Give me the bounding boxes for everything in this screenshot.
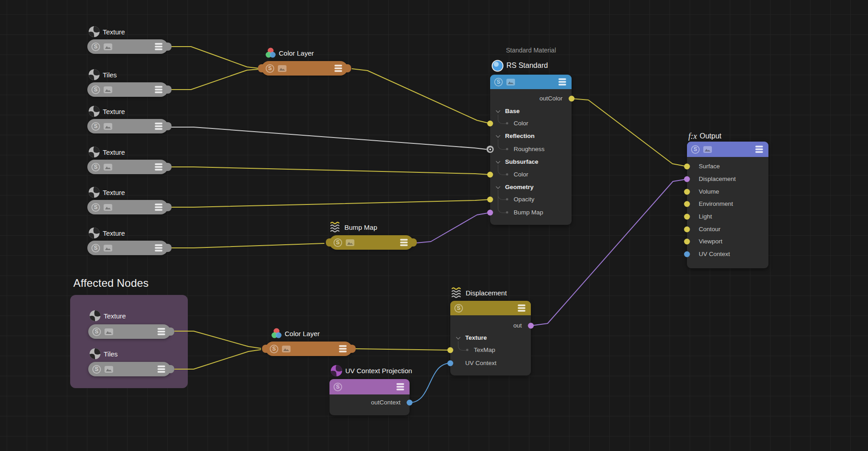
output-tab[interactable] bbox=[165, 244, 172, 252]
wire-texture3-subsurfacecolor[interactable] bbox=[171, 167, 490, 175]
output-tab[interactable] bbox=[165, 203, 172, 211]
node-displacement[interactable]: S out Texture TexMap UV Context bbox=[450, 301, 531, 375]
port-texmap[interactable] bbox=[448, 347, 453, 353]
wire-outcontext-uvcontext[interactable] bbox=[410, 363, 450, 403]
node-uv-projection[interactable]: S outContext bbox=[329, 379, 410, 415]
node-texture4[interactable]: S bbox=[87, 200, 168, 214]
port-surface[interactable] bbox=[684, 164, 690, 170]
shader-badge-icon: S bbox=[270, 345, 278, 353]
chevron-down-icon[interactable] bbox=[496, 185, 501, 189]
output-tab[interactable] bbox=[165, 43, 172, 51]
node-color-layer2[interactable]: S bbox=[266, 342, 352, 356]
wire-colorlayer2-texmap[interactable] bbox=[356, 349, 450, 350]
port-roughness[interactable] bbox=[486, 146, 494, 153]
menu-icon[interactable] bbox=[558, 78, 566, 85]
menu-icon[interactable] bbox=[155, 163, 162, 170]
wire-affectedtiles-colorlayer2[interactable] bbox=[175, 350, 261, 369]
image-icon bbox=[104, 123, 112, 130]
chevron-down-icon[interactable] bbox=[496, 159, 501, 164]
node-header[interactable]: S bbox=[450, 301, 531, 315]
image-icon bbox=[104, 245, 112, 252]
chevron-down-icon[interactable] bbox=[496, 109, 501, 113]
port-subsurface-color[interactable] bbox=[487, 172, 493, 178]
wire-texture1-colorlayer1[interactable] bbox=[171, 47, 259, 68]
port-disp-out[interactable] bbox=[528, 323, 534, 329]
wire-tiles1-colorlayer1[interactable] bbox=[171, 69, 259, 90]
node-bump-map[interactable]: S bbox=[329, 235, 413, 250]
node-affected-tiles[interactable]: S bbox=[88, 362, 171, 376]
port-uv-context[interactable] bbox=[684, 252, 690, 257]
port-outcolor[interactable] bbox=[569, 96, 575, 102]
node-title-text: Texture bbox=[103, 108, 125, 115]
wire-colorlayer1-basecolor[interactable] bbox=[352, 69, 490, 123]
node-rs-standard[interactable]: S outColor Base Color Reflection Roughne… bbox=[490, 75, 572, 225]
port-bump-map[interactable] bbox=[487, 210, 493, 216]
port-outcontext[interactable] bbox=[407, 400, 413, 406]
image-icon bbox=[346, 239, 354, 246]
port-light[interactable] bbox=[684, 214, 690, 220]
shader-badge-icon: S bbox=[91, 244, 100, 252]
port-label-base-color: Color bbox=[490, 117, 572, 130]
image-icon bbox=[506, 79, 515, 85]
node-tiles1[interactable]: S bbox=[87, 82, 168, 97]
port-label-uv-context: UV Context bbox=[450, 357, 531, 370]
output-tab[interactable] bbox=[410, 238, 417, 247]
waves-icon bbox=[330, 221, 342, 233]
shader-badge-icon: S bbox=[92, 328, 101, 336]
output-tab[interactable] bbox=[349, 345, 356, 353]
node-texture5[interactable]: S bbox=[87, 241, 168, 255]
wire-texture5-bumpmap[interactable] bbox=[171, 243, 324, 248]
node-graph-canvas[interactable]: Affected Nodes Texture S Tiles S bbox=[0, 0, 868, 451]
menu-icon[interactable] bbox=[755, 146, 763, 152]
wire-texture2-roughness[interactable] bbox=[171, 127, 486, 149]
port-base-color[interactable] bbox=[487, 121, 493, 127]
node-affected-texture[interactable]: S bbox=[88, 324, 171, 339]
output-tab[interactable] bbox=[165, 85, 172, 94]
rgb-circles-icon bbox=[265, 47, 276, 59]
node-output[interactable]: S Surface Displacement Volume Environmen… bbox=[687, 142, 768, 268]
menu-icon[interactable] bbox=[155, 86, 162, 93]
input-tab[interactable] bbox=[262, 345, 269, 353]
node-title-text: Texture bbox=[104, 312, 126, 320]
input-tab[interactable] bbox=[258, 64, 265, 72]
menu-icon[interactable] bbox=[155, 244, 162, 251]
port-displacement[interactable] bbox=[684, 176, 690, 182]
port-environment[interactable] bbox=[684, 201, 690, 207]
wire-bumpmap-rsbump[interactable] bbox=[416, 213, 490, 243]
menu-icon[interactable] bbox=[400, 239, 408, 246]
menu-icon[interactable] bbox=[157, 328, 165, 335]
node-color-layer1[interactable]: S bbox=[262, 61, 348, 76]
port-opacity[interactable] bbox=[487, 197, 493, 203]
port-viewport[interactable] bbox=[684, 239, 690, 245]
node-texture3[interactable]: S bbox=[87, 160, 168, 174]
output-tab[interactable] bbox=[165, 163, 172, 171]
input-tab[interactable] bbox=[326, 238, 333, 247]
node-header[interactable]: S bbox=[490, 75, 572, 89]
output-tab[interactable] bbox=[344, 64, 351, 72]
port-contour[interactable] bbox=[684, 227, 690, 233]
image-icon bbox=[104, 204, 112, 211]
wire-affectedtexture-colorlayer2[interactable] bbox=[175, 331, 261, 348]
node-header[interactable]: S bbox=[329, 379, 410, 394]
menu-icon[interactable] bbox=[396, 383, 404, 390]
port-disp-uv-context[interactable] bbox=[448, 361, 453, 366]
node-texture1[interactable]: S bbox=[87, 39, 168, 54]
menu-icon[interactable] bbox=[155, 43, 162, 50]
wire-texture4-opacity[interactable] bbox=[171, 199, 490, 207]
menu-icon[interactable] bbox=[155, 123, 162, 129]
menu-icon[interactable] bbox=[339, 345, 347, 352]
port-volume[interactable] bbox=[684, 189, 690, 195]
wire-outcolor-surface[interactable] bbox=[572, 99, 687, 166]
output-tab[interactable] bbox=[165, 122, 172, 130]
menu-icon[interactable] bbox=[157, 366, 165, 372]
menu-icon[interactable] bbox=[155, 204, 162, 210]
node-texture2[interactable]: S bbox=[87, 119, 168, 133]
node-header[interactable]: S bbox=[687, 142, 768, 157]
output-tab[interactable] bbox=[167, 365, 174, 373]
menu-icon[interactable] bbox=[518, 304, 525, 311]
menu-icon[interactable] bbox=[334, 65, 342, 71]
chevron-down-icon[interactable] bbox=[456, 335, 461, 340]
port-label-out: out bbox=[450, 319, 531, 332]
output-tab[interactable] bbox=[167, 328, 174, 336]
chevron-down-icon[interactable] bbox=[496, 133, 501, 138]
